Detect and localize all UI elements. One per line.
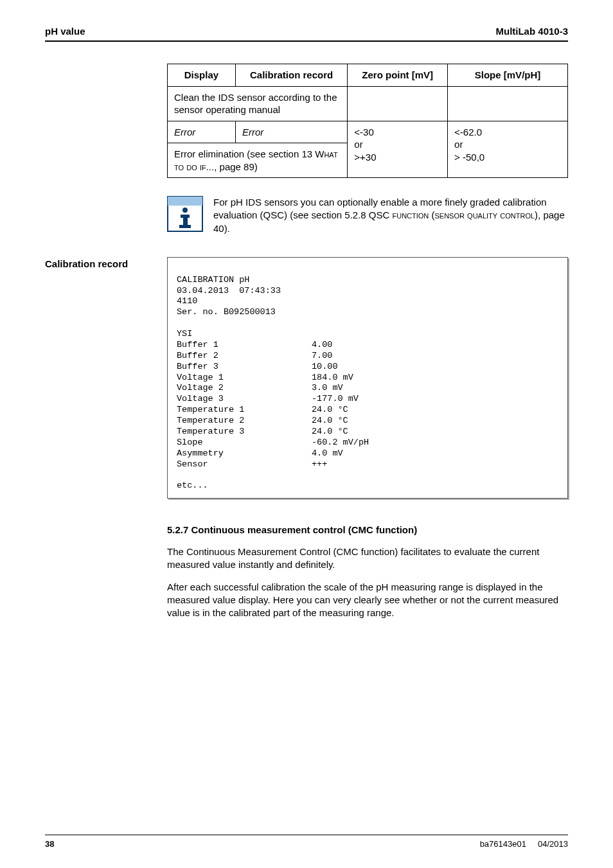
rec-k: Buffer 3 [177,362,312,373]
rec-k: Sensor [177,459,312,470]
footer-rule [45,835,568,836]
svg-point-2 [182,208,188,213]
svg-rect-4 [183,215,188,226]
rec-v: 7.00 [312,351,332,362]
rec-v: +++ [312,459,327,470]
info-smallcaps: function (sensor quality control) [392,209,538,220]
th-calibration-record: Calibration record [235,64,347,87]
th-slope: Slope [mV/pH] [448,64,568,87]
paragraph: After each successful calibration the sc… [167,581,568,620]
rec-v: 24.0 °C [312,416,348,427]
svg-rect-1 [168,197,202,206]
rec-head3: 4110 [177,296,197,306]
svg-rect-5 [179,225,191,228]
rec-v: 4.0 mV [312,448,343,459]
info-text: For pH IDS sensors you can optionally en… [213,196,568,235]
error-elim-post: , page 89) [214,161,258,172]
rec-k: Buffer 1 [177,340,312,351]
header-right: MultiLab 4010-3 [495,26,568,37]
rec-k: Buffer 2 [177,351,312,362]
rec-v: -60.2 mV/pH [312,438,369,448]
zero-point-cell: <-30 or >+30 [348,121,448,178]
calibration-table: Display Calibration record Zero point [m… [167,64,568,178]
th-zero-point: Zero point [mV] [348,64,448,87]
paragraph: The Continuous Measurement Control (CMC … [167,545,568,572]
rec-k: Temperature 3 [177,427,312,438]
calibration-record-box: CALIBRATION pH 03.04.2013 07:43:33 4110 … [167,257,568,499]
side-label-calibration-record: Calibration record [45,258,128,269]
rec-v: 4.00 [312,340,332,351]
rec-k: Slope [177,438,312,448]
page-footer: 38 ba76143e01 04/2013 [45,835,568,849]
header-rule [45,40,568,42]
rec-v: -177.0 mV [312,394,359,405]
rec-etc: etc... [177,481,208,490]
empty-cell [348,86,448,121]
subsection-title: 5.2.7 Continuous measurement control (CM… [167,524,568,535]
rec-head1: CALIBRATION pH [177,275,249,285]
rec-k: Temperature 1 [177,405,312,416]
rec-head4: Ser. no. B092500013 [177,307,276,317]
rec-v: 184.0 mV [312,373,353,384]
table-row: Clean the IDS sensor according to the se… [168,86,568,121]
rec-v: 24.0 °C [312,427,348,438]
rec-head2: 03.04.2013 07:43:33 [177,286,281,296]
page-number: 38 [45,839,54,849]
footer-date: 04/2013 [538,839,568,849]
rec-k: Voltage 2 [177,383,312,394]
info-icon [167,196,203,232]
rec-v: 3.0 mV [312,383,343,394]
th-display: Display [168,64,236,87]
clean-sensor-cell: Clean the IDS sensor according to the se… [168,86,348,121]
rec-k: YSI [177,329,312,340]
rec-k: Asymmetry [177,448,312,459]
footer-doc: ba76143e01 [480,839,526,849]
header-left: pH value [45,26,85,37]
error-record-cell: Error [235,121,347,143]
error-elimination-cell: Error elimination (see section 13 What t… [168,143,348,178]
rec-v: 24.0 °C [312,405,348,416]
error-display-cell: Error [168,121,236,143]
page-header: pH value MultiLab 4010-3 [45,26,568,37]
rec-k: Voltage 3 [177,394,312,405]
slope-cell: <-62.0 or > -50,0 [448,121,568,178]
rec-k: Temperature 2 [177,416,312,427]
table-header-row: Display Calibration record Zero point [m… [168,64,568,87]
table-row: Error Error <-30 or >+30 <-62.0 or > -50… [168,121,568,143]
rec-k: Voltage 1 [177,373,312,384]
rec-v: 10.00 [312,362,338,373]
info-note: For pH IDS sensors you can optionally en… [167,196,568,235]
error-elim-pre: Error elimination (see section 13 [174,148,315,159]
empty-cell [448,86,568,121]
